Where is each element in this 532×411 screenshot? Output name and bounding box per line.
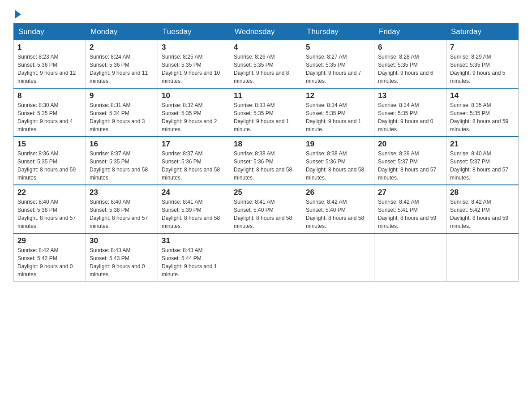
day-number-22: 22 [17,188,82,197]
day-number-4: 4 [234,43,298,52]
calendar-table: SundayMondayTuesdayWednesdayThursdayFrid… [13,23,519,282]
day-cell-29: 29Sunrise: 8:42 AMSunset: 5:42 PMDayligh… [14,233,86,282]
day-cell-28: 28Sunrise: 8:42 AMSunset: 5:42 PMDayligh… [446,185,519,233]
empty-cell-w4-d4 [302,233,374,282]
day-info-24: Sunrise: 8:41 AMSunset: 5:39 PMDaylight:… [162,198,226,230]
day-info-11: Sunrise: 8:33 AMSunset: 5:35 PMDaylight:… [234,101,298,133]
day-info-16: Sunrise: 8:37 AMSunset: 5:35 PMDaylight:… [90,150,154,182]
day-cell-30: 30Sunrise: 8:43 AMSunset: 5:43 PMDayligh… [86,233,158,282]
day-info-20: Sunrise: 8:39 AMSunset: 5:37 PMDaylight:… [378,150,442,182]
day-info-30: Sunrise: 8:43 AMSunset: 5:43 PMDaylight:… [90,246,154,278]
day-cell-26: 26Sunrise: 8:42 AMSunset: 5:40 PMDayligh… [302,185,374,233]
day-cell-1: 1Sunrise: 8:23 AMSunset: 5:36 PMDaylight… [14,40,86,89]
day-info-1: Sunrise: 8:23 AMSunset: 5:36 PMDaylight:… [17,53,82,85]
day-info-14: Sunrise: 8:35 AMSunset: 5:35 PMDaylight:… [450,101,515,133]
day-cell-17: 17Sunrise: 8:37 AMSunset: 5:36 PMDayligh… [158,137,230,185]
day-number-2: 2 [90,43,154,52]
day-number-8: 8 [17,91,82,100]
day-number-26: 26 [306,188,370,197]
day-cell-20: 20Sunrise: 8:39 AMSunset: 5:37 PMDayligh… [374,137,446,185]
day-cell-24: 24Sunrise: 8:41 AMSunset: 5:39 PMDayligh… [158,185,230,233]
day-cell-11: 11Sunrise: 8:33 AMSunset: 5:35 PMDayligh… [230,88,302,137]
day-cell-18: 18Sunrise: 8:38 AMSunset: 5:36 PMDayligh… [230,137,302,185]
day-cell-13: 13Sunrise: 8:34 AMSunset: 5:35 PMDayligh… [374,88,446,137]
empty-cell-w4-d6 [446,233,519,282]
day-number-3: 3 [162,43,226,52]
week-row-5: 29Sunrise: 8:42 AMSunset: 5:42 PMDayligh… [14,233,519,282]
day-cell-2: 2Sunrise: 8:24 AMSunset: 5:36 PMDaylight… [86,40,158,89]
day-info-9: Sunrise: 8:31 AMSunset: 5:34 PMDaylight:… [90,101,154,133]
day-number-12: 12 [306,91,370,100]
day-cell-10: 10Sunrise: 8:32 AMSunset: 5:35 PMDayligh… [158,88,230,137]
day-info-2: Sunrise: 8:24 AMSunset: 5:36 PMDaylight:… [90,53,154,85]
weekday-header-row: SundayMondayTuesdayWednesdayThursdayFrid… [14,24,519,40]
day-info-6: Sunrise: 8:28 AMSunset: 5:35 PMDaylight:… [378,53,442,85]
header-thursday: Thursday [302,24,374,40]
day-info-26: Sunrise: 8:42 AMSunset: 5:40 PMDaylight:… [306,198,370,230]
day-cell-27: 27Sunrise: 8:42 AMSunset: 5:41 PMDayligh… [374,185,446,233]
day-cell-25: 25Sunrise: 8:41 AMSunset: 5:40 PMDayligh… [230,185,302,233]
day-info-4: Sunrise: 8:26 AMSunset: 5:35 PMDaylight:… [234,53,298,85]
day-cell-16: 16Sunrise: 8:37 AMSunset: 5:35 PMDayligh… [86,137,158,185]
page-header [13,9,519,19]
empty-cell-w4-d3 [230,233,302,282]
day-number-14: 14 [450,91,515,100]
day-info-10: Sunrise: 8:32 AMSunset: 5:35 PMDaylight:… [162,101,226,133]
header-sunday: Sunday [14,24,86,40]
header-wednesday: Wednesday [230,24,302,40]
week-row-3: 15Sunrise: 8:36 AMSunset: 5:35 PMDayligh… [14,137,519,185]
day-info-8: Sunrise: 8:30 AMSunset: 5:35 PMDaylight:… [17,101,82,133]
day-number-21: 21 [450,140,515,149]
day-cell-3: 3Sunrise: 8:25 AMSunset: 5:35 PMDaylight… [158,40,230,89]
week-row-1: 1Sunrise: 8:23 AMSunset: 5:36 PMDaylight… [14,40,519,89]
day-number-31: 31 [162,236,226,245]
day-number-9: 9 [90,91,154,100]
day-info-22: Sunrise: 8:40 AMSunset: 5:38 PMDaylight:… [17,198,82,230]
day-cell-4: 4Sunrise: 8:26 AMSunset: 5:35 PMDaylight… [230,40,302,89]
day-number-16: 16 [90,140,154,149]
day-info-13: Sunrise: 8:34 AMSunset: 5:35 PMDaylight:… [378,101,442,133]
day-number-17: 17 [162,140,226,149]
day-info-3: Sunrise: 8:25 AMSunset: 5:35 PMDaylight:… [162,53,226,85]
week-row-2: 8Sunrise: 8:30 AMSunset: 5:35 PMDaylight… [14,88,519,137]
day-number-10: 10 [162,91,226,100]
day-cell-6: 6Sunrise: 8:28 AMSunset: 5:35 PMDaylight… [374,40,446,89]
day-info-25: Sunrise: 8:41 AMSunset: 5:40 PMDaylight:… [234,198,298,230]
day-number-6: 6 [378,43,442,52]
day-number-11: 11 [234,91,298,100]
day-info-28: Sunrise: 8:42 AMSunset: 5:42 PMDaylight:… [450,198,515,230]
day-info-29: Sunrise: 8:42 AMSunset: 5:42 PMDaylight:… [17,246,82,278]
day-number-19: 19 [306,140,370,149]
day-cell-9: 9Sunrise: 8:31 AMSunset: 5:34 PMDaylight… [86,88,158,137]
day-number-29: 29 [17,236,82,245]
day-number-27: 27 [378,188,442,197]
day-info-7: Sunrise: 8:29 AMSunset: 5:35 PMDaylight:… [450,53,515,85]
day-cell-31: 31Sunrise: 8:43 AMSunset: 5:44 PMDayligh… [158,233,230,282]
logo-arrow-icon [15,10,21,19]
day-number-28: 28 [450,188,515,197]
day-info-5: Sunrise: 8:27 AMSunset: 5:35 PMDaylight:… [306,53,370,85]
day-cell-19: 19Sunrise: 8:38 AMSunset: 5:36 PMDayligh… [302,137,374,185]
day-number-7: 7 [450,43,515,52]
day-number-24: 24 [162,188,226,197]
header-friday: Friday [374,24,446,40]
day-cell-22: 22Sunrise: 8:40 AMSunset: 5:38 PMDayligh… [14,185,86,233]
day-cell-7: 7Sunrise: 8:29 AMSunset: 5:35 PMDaylight… [446,40,519,89]
day-cell-23: 23Sunrise: 8:40 AMSunset: 5:38 PMDayligh… [86,185,158,233]
day-number-30: 30 [90,236,154,245]
day-info-23: Sunrise: 8:40 AMSunset: 5:38 PMDaylight:… [90,198,154,230]
day-info-27: Sunrise: 8:42 AMSunset: 5:41 PMDaylight:… [378,198,442,230]
day-number-5: 5 [306,43,370,52]
day-info-12: Sunrise: 8:34 AMSunset: 5:35 PMDaylight:… [306,101,370,133]
day-number-18: 18 [234,140,298,149]
day-number-15: 15 [17,140,82,149]
day-number-25: 25 [234,188,298,197]
empty-cell-w4-d5 [374,233,446,282]
day-info-19: Sunrise: 8:38 AMSunset: 5:36 PMDaylight:… [306,150,370,182]
day-number-20: 20 [378,140,442,149]
day-cell-12: 12Sunrise: 8:34 AMSunset: 5:35 PMDayligh… [302,88,374,137]
week-row-4: 22Sunrise: 8:40 AMSunset: 5:38 PMDayligh… [14,185,519,233]
day-cell-15: 15Sunrise: 8:36 AMSunset: 5:35 PMDayligh… [14,137,86,185]
day-number-13: 13 [378,91,442,100]
day-info-15: Sunrise: 8:36 AMSunset: 5:35 PMDaylight:… [17,150,82,182]
